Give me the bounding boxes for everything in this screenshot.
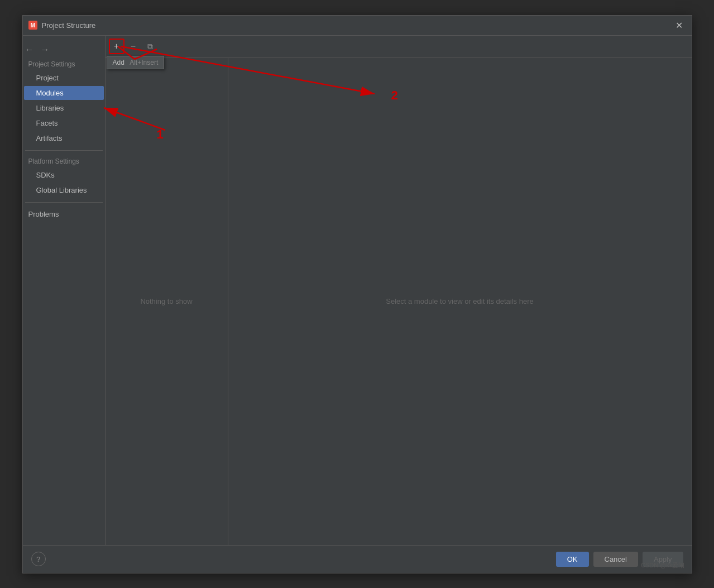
detail-panel: Select a module to view or edit its deta… <box>228 58 692 545</box>
empty-text: Nothing to show <box>140 297 192 305</box>
app-icon: M <box>28 21 37 30</box>
sidebar-item-global-libraries[interactable]: Global Libraries <box>24 183 104 197</box>
forward-button[interactable]: → <box>39 44 52 56</box>
modules-list-panel: Nothing to show <box>106 58 228 545</box>
watermark: CSDN @kk爱闹 <box>641 561 684 570</box>
cancel-button[interactable]: Cancel <box>593 552 638 567</box>
toolbar: + − ⧉ Add Alt+Insert <box>106 36 692 58</box>
tooltip-text: Add <box>113 59 124 66</box>
platform-settings-label: Platform Settings <box>23 155 105 168</box>
help-button[interactable]: ? <box>31 552 46 566</box>
dialog-footer: ? OK Cancel Apply <box>23 545 692 573</box>
sidebar-item-sdks[interactable]: SDKs <box>24 168 104 182</box>
ok-button[interactable]: OK <box>556 552 589 567</box>
content-split: Nothing to show Select a module to view … <box>106 58 692 545</box>
main-area: + − ⧉ Add Alt+Insert Nothing to show <box>106 36 692 545</box>
sidebar-divider-2 <box>25 202 103 203</box>
sidebar-item-project[interactable]: Project <box>24 71 104 85</box>
sidebar-item-facets[interactable]: Facets <box>24 116 104 130</box>
add-button[interactable]: + <box>109 39 124 54</box>
svg-text:M: M <box>30 22 35 28</box>
project-structure-dialog: M Project Structure ✕ ← → Project Settin… <box>22 15 692 573</box>
close-button[interactable]: ✕ <box>673 18 686 32</box>
sidebar-item-modules[interactable]: Modules <box>24 86 104 100</box>
title-bar: M Project Structure ✕ <box>23 16 692 36</box>
sidebar-item-artifacts[interactable]: Artifacts <box>24 131 104 145</box>
sidebar-divider <box>25 150 103 151</box>
project-settings-label: Project Settings <box>23 58 105 70</box>
sidebar: ← → Project Settings Project Modules Lib… <box>23 36 106 545</box>
dialog-title: Project Structure <box>42 21 673 30</box>
add-tooltip: Add Alt+Insert <box>107 56 165 69</box>
remove-button[interactable]: − <box>126 39 141 54</box>
sidebar-item-libraries[interactable]: Libraries <box>24 101 104 115</box>
nav-buttons: ← → <box>23 41 105 58</box>
detail-placeholder: Select a module to view or edit its deta… <box>386 297 533 305</box>
sidebar-item-problems[interactable]: Problems <box>23 207 105 221</box>
tooltip-shortcut: Alt+Insert <box>130 59 158 66</box>
dialog-body: ← → Project Settings Project Modules Lib… <box>23 36 692 545</box>
copy-button[interactable]: ⧉ <box>142 39 158 54</box>
back-button[interactable]: ← <box>23 44 36 56</box>
footer-left: ? <box>31 552 552 566</box>
